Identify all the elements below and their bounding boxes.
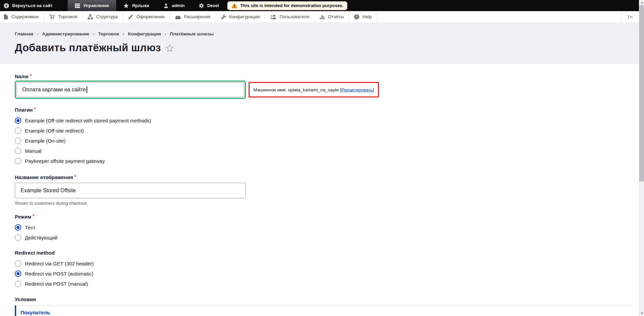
toolbar-item-label: Расширения — [184, 14, 211, 19]
toolbar-item-commerce[interactable]: Торговля — [44, 11, 83, 22]
devel-label: Devel — [207, 3, 219, 8]
toolbar-item-structure[interactable]: Структура — [83, 11, 123, 22]
required-marker: * — [30, 74, 32, 79]
breadcrumb-commerce[interactable]: Торговля — [98, 31, 119, 36]
toolbar-item-label: Оформление — [136, 14, 165, 19]
breadcrumb-administration[interactable]: Администрирование — [42, 31, 89, 36]
plugin-option-offsite-redirect[interactable]: Example (Off-site redirect) — [15, 125, 639, 136]
machine-name-prefix: Машинное имя: — [253, 87, 287, 92]
admin-bar: Вернуться на сайт Управление Ярлыки admi… — [0, 0, 639, 11]
paintbrush-icon — [128, 14, 133, 20]
name-input[interactable]: Оплата картами на сайте — [17, 82, 244, 97]
mode-option-live[interactable]: Действующий — [15, 232, 639, 242]
admin-tab-devel[interactable]: Devel — [192, 0, 226, 11]
toolbar-item-extend[interactable]: Расширения — [170, 11, 216, 22]
demo-notice-text: This site is intended for demonstration … — [240, 3, 344, 8]
warning-icon — [231, 3, 237, 8]
radio-selected[interactable] — [15, 117, 21, 124]
machine-name-highlight: Машинное имя: oplata_kartami_na_sayte [Р… — [249, 82, 379, 97]
breadcrumb-payment-gateways[interactable]: Платёжные шлюзы — [170, 31, 214, 36]
scrollbar-up-arrow[interactable] — [639, 0, 644, 5]
radio-selected[interactable] — [15, 270, 21, 277]
toolbar-item-reports[interactable]: Отчёты — [315, 11, 349, 22]
name-input-value: Оплата картами на сайте — [22, 87, 86, 93]
users-icon — [270, 14, 277, 20]
breadcrumb-home[interactable]: Главная — [15, 31, 33, 36]
mode-option-test[interactable]: Тест — [15, 222, 639, 232]
toolbar-item-label: Торговля — [58, 14, 77, 19]
conditions-label: Условия — [15, 296, 639, 302]
gear-icon — [199, 3, 204, 8]
structure-icon — [88, 14, 93, 20]
radio-unselected[interactable] — [15, 158, 21, 164]
breadcrumb-configuration[interactable]: Конфигурация — [128, 31, 161, 36]
plugin-group-label: Плагин* — [15, 107, 639, 113]
required-marker: * — [34, 107, 36, 113]
mode-group-label: Режим* — [15, 214, 639, 220]
radio-selected[interactable] — [15, 224, 21, 231]
toolbar-item-label: Структура — [96, 14, 118, 19]
toolbar-item-content[interactable]: Содержимое — [0, 11, 44, 22]
help-icon: ? — [354, 14, 359, 20]
bar-chart-icon — [320, 14, 325, 20]
machine-name-edit-link[interactable]: Редактировать — [341, 87, 373, 92]
toolbar-item-label: Содержимое — [11, 14, 39, 19]
plugin-option-manual[interactable]: Manual — [15, 146, 639, 156]
toolbar-item-people[interactable]: Пользователи — [265, 11, 315, 22]
menu-icon — [75, 3, 80, 8]
drupal-admin-page: Вернуться на сайт Управление Ярлыки admi… — [0, 0, 644, 316]
toolbar-item-label: Конфигурация — [229, 14, 260, 19]
toolbar-item-appearance[interactable]: Оформление — [123, 11, 170, 22]
radio-unselected[interactable] — [15, 138, 21, 144]
favorite-star-icon[interactable] — [166, 44, 174, 52]
admin-tab-manage[interactable]: Управление — [68, 0, 116, 11]
demo-notice-badge: This site is intended for demonstration … — [227, 1, 348, 10]
payment-gateway-form: Name* Оплата картами на сайте Машинное и… — [0, 64, 639, 316]
conditions-tab-customer[interactable]: Покупатель — [15, 306, 109, 316]
machine-name-value: oplata_kartami_na_sayte — [288, 87, 339, 92]
redirect-option-post-automatic[interactable]: Redirect via POST (automatic) — [15, 268, 639, 279]
manage-label: Управление — [83, 3, 109, 8]
toolbar-orientation-toggle[interactable] — [621, 11, 639, 22]
back-arrow-icon — [4, 3, 9, 8]
scrollbar-thumb[interactable] — [639, 5, 644, 181]
wrench-icon — [221, 14, 226, 20]
toggle-orientation-icon — [628, 15, 633, 19]
display-name-input[interactable] — [15, 183, 246, 198]
cart-icon — [49, 14, 55, 20]
toolbar-item-label: Пользователи — [280, 14, 309, 19]
toolbar-item-help[interactable]: ? Help — [349, 11, 377, 22]
toolbar-item-label: Help — [362, 14, 372, 19]
vertical-scrollbar[interactable] — [639, 0, 644, 316]
name-field-focus-ring: Оплата картами на сайте — [15, 81, 246, 99]
admin-tab-shortcuts[interactable]: Ярлыки — [116, 0, 156, 11]
breadcrumb-separator: › — [123, 31, 124, 36]
plugin-option-paykeeper[interactable]: Paykeeper offsite payment gateway — [15, 156, 639, 166]
breadcrumb-separator: › — [93, 31, 94, 36]
radio-unselected[interactable] — [15, 127, 21, 134]
user-icon — [163, 3, 169, 8]
back-to-site-button[interactable]: Вернуться на сайт — [0, 0, 68, 11]
radio-unselected[interactable] — [15, 260, 21, 267]
radio-unselected[interactable] — [15, 234, 21, 241]
radio-unselected[interactable] — [15, 281, 21, 287]
conditions-vertical-tabs: Покупатель — [15, 305, 632, 316]
plugin-option-stored-offsite[interactable]: Example (Off-site redirect with stored p… — [15, 115, 639, 125]
required-marker: * — [74, 174, 76, 180]
radio-unselected[interactable] — [15, 148, 21, 154]
shortcuts-label: Ярлыки — [132, 3, 149, 8]
redirect-option-get[interactable]: Redirect via GET (302 header) — [15, 258, 639, 268]
page-title: Добавить платёжный шлюз — [15, 42, 161, 54]
redirect-option-post-manual[interactable]: Redirect via POST (manual) — [15, 279, 639, 289]
scrollbar-down-arrow[interactable] — [639, 311, 644, 316]
plugin-option-onsite[interactable]: Example (On-site) — [15, 136, 639, 146]
name-field-label: Name* — [15, 74, 639, 79]
admin-tab-user[interactable]: admin — [156, 0, 192, 11]
toolbar-item-configuration[interactable]: Конфигурация — [216, 11, 265, 22]
star-icon — [123, 3, 129, 8]
display-name-description: Shown to customers during checkout. — [15, 201, 639, 206]
page-header: Главная › Администрирование › Торговля ›… — [0, 22, 639, 64]
bracket-close: ] — [373, 87, 374, 92]
toolbar-tray: Содержимое Торговля Структура — [0, 11, 639, 22]
user-label: admin — [172, 3, 185, 8]
